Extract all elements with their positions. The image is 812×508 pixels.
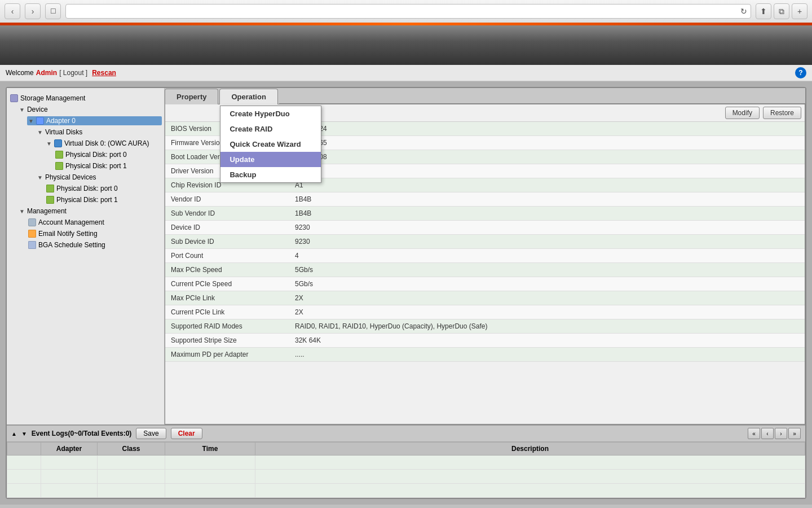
menu-item-backup[interactable]: Backup: [220, 167, 321, 182]
sidebar-item-bga-schedule[interactable]: BGA Schedule Setting: [27, 239, 162, 251]
sidebar-item-pdisk-port1b[interactable]: Physical Disk: port 1: [45, 194, 162, 205]
tree-children-device: ▼ Adapter 0 ▼ Virtual Disks: [18, 115, 162, 205]
sidebar-item-email-notify[interactable]: Email Notify Setting: [27, 228, 162, 239]
event-log-title-text: Event Logs: [32, 430, 68, 437]
welcome-bar: Welcome Admin [ Logout ] Rescan ?: [0, 65, 812, 81]
back-button[interactable]: ‹: [5, 3, 20, 19]
new-tab-button[interactable]: +: [792, 3, 807, 19]
url-input[interactable]: localhost: [70, 7, 746, 16]
prop-label-9: Port Count: [165, 249, 289, 263]
prop-label-5: Vendor ID: [165, 192, 289, 207]
event-nav-prev[interactable]: ‹: [761, 428, 774, 439]
event-row2-desc: [255, 470, 805, 484]
pdisk-port0b-label: Physical Disk: port 0: [56, 185, 118, 192]
event-row1-time: [165, 456, 255, 470]
address-bar: localhost ↻: [65, 4, 751, 19]
event-nav-next[interactable]: ›: [775, 428, 787, 439]
menu-item-update[interactable]: Update: [220, 152, 321, 167]
right-panel: Property Operation Create HyperDuo Creat…: [165, 88, 805, 424]
expand-icon-physical-devices: ▼: [37, 174, 43, 181]
sidebar-item-adapter0[interactable]: ▼ Adapter 0: [27, 115, 162, 126]
event-row2-adapter: [41, 470, 98, 484]
collapse-arrow-up[interactable]: ▲: [11, 431, 17, 437]
save-event-button[interactable]: Save: [136, 428, 166, 439]
management-label: Management: [27, 207, 67, 215]
sidebar-item-pdisk-port0b[interactable]: Physical Disk: port 0: [45, 183, 162, 194]
modify-button[interactable]: Modify: [725, 107, 760, 119]
sidebar-item-virtual-disks[interactable]: ▼ Virtual Disks: [36, 126, 162, 138]
tab-expand-button[interactable]: ⧉: [774, 3, 789, 19]
prop-row-11: Current PCIe Speed5Gb/s: [165, 277, 805, 291]
sidebar-item-vdisk0[interactable]: ▼ Virtual Disk 0: (OWC AURA): [45, 138, 162, 149]
prop-value-6: 1B4B: [289, 207, 805, 221]
email-notify-label: Email Notify Setting: [38, 230, 98, 238]
sidebar-item-pdisk-port1a[interactable]: Physical Disk: port 1: [54, 160, 162, 172]
email-notify-icon: [28, 230, 36, 238]
prop-label-13: Current PCIe Link: [165, 305, 289, 319]
restore-button[interactable]: Restore: [763, 107, 801, 119]
tab-operation[interactable]: Operation Create HyperDuo Create RAID Qu…: [219, 89, 277, 104]
event-nav-first[interactable]: «: [748, 428, 760, 439]
tree-children-physical-devices: Physical Disk: port 0 Physical Disk: por…: [36, 183, 162, 205]
help-icon[interactable]: ?: [795, 67, 806, 78]
prop-row-5: Vendor ID1B4B: [165, 192, 805, 207]
sidebar-item-storage-management[interactable]: Storage Management: [9, 93, 162, 104]
physical-devices-label: Physical Devices: [45, 173, 96, 181]
prop-label-6: Sub Vendor ID: [165, 207, 289, 221]
prop-value-1: 2.3.0.1065: [289, 136, 805, 150]
share-button[interactable]: ⬆: [756, 3, 771, 19]
prop-row-16: Maximum PD per Adapter.....: [165, 348, 805, 362]
main-panel: Storage Management ▼ Device: [6, 87, 806, 499]
event-row2-time: [165, 470, 255, 484]
pdisk-port1b-label: Physical Disk: port 1: [56, 196, 118, 204]
sidebar: Storage Management ▼ Device: [7, 88, 165, 424]
prop-value-3: N/A: [289, 164, 805, 178]
menu-item-create-hyperduo[interactable]: Create HyperDuo: [220, 106, 321, 121]
forward-button[interactable]: ›: [25, 3, 41, 19]
prop-label-11: Current PCIe Speed: [165, 277, 289, 291]
sidebar-item-physical-devices[interactable]: ▼ Physical Devices: [36, 172, 162, 183]
col-adapter: [7, 443, 41, 456]
event-row1-class: [98, 456, 165, 470]
virtual-disks-label: Virtual Disks: [45, 128, 82, 136]
col-class: Class: [98, 443, 165, 456]
event-nav-last[interactable]: »: [788, 428, 801, 439]
sidebar-item-management[interactable]: ▼ Management: [18, 205, 162, 217]
event-row2-num: [7, 470, 41, 484]
expand-icon-management: ▼: [19, 208, 25, 214]
pdisk-icon-b1: [46, 196, 54, 204]
tree-children-virtual-disks: ▼ Virtual Disk 0: (OWC AURA): [36, 138, 162, 172]
pdisk-port0a-label: Physical Disk: port 0: [65, 151, 127, 159]
adapter-icon: [36, 117, 44, 125]
event-log-row-2: [7, 470, 805, 484]
event-row3-desc: [255, 484, 805, 498]
device-label: Device: [27, 106, 48, 113]
logout-link[interactable]: [ Logout ]: [59, 69, 87, 77]
expand-icon-vdisk0: ▼: [46, 141, 52, 147]
tree-children-management: Account Management Email Notify Setting: [18, 217, 162, 251]
sidebar-item-pdisk-port0a[interactable]: Physical Disk: port 0: [54, 149, 162, 160]
storage-management-icon: [10, 94, 18, 102]
event-log-row-1: [7, 456, 805, 470]
clear-event-button[interactable]: Clear: [171, 428, 202, 439]
operation-dropdown-menu: Create HyperDuo Create RAID Quick Create…: [220, 106, 321, 183]
menu-item-quick-create-wizard[interactable]: Quick Create Wizard: [220, 137, 321, 152]
window-button[interactable]: ☐: [45, 3, 61, 19]
event-row3-adapter: [41, 484, 98, 498]
tab-property[interactable]: Property: [165, 89, 218, 104]
menu-item-create-raid[interactable]: Create RAID: [220, 121, 321, 137]
sidebar-item-device[interactable]: ▼ Device: [18, 104, 162, 115]
reload-button[interactable]: ↻: [740, 7, 747, 16]
collapse-arrow-down[interactable]: ▼: [21, 431, 27, 437]
admin-link[interactable]: Admin: [36, 69, 57, 77]
tab-property-label: Property: [176, 93, 206, 101]
prop-value-9: 4: [289, 249, 805, 263]
rescan-button[interactable]: Rescan: [92, 69, 116, 77]
prop-value-5: 1B4B: [289, 192, 805, 207]
prop-label-16: Maximum PD per Adapter: [165, 348, 289, 362]
bga-schedule-label: BGA Schedule Setting: [38, 241, 105, 249]
event-row1-num: [7, 456, 41, 470]
prop-value-14: RAID0, RAID1, RAID10, HyperDuo (Capacity…: [289, 319, 805, 334]
expand-icon-adapter0: ▼: [28, 118, 34, 124]
sidebar-item-account-management[interactable]: Account Management: [27, 217, 162, 228]
